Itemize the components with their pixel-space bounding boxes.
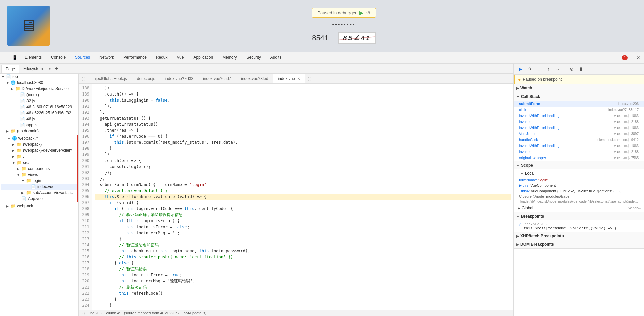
new-snippet-button[interactable]: ⬚ (305, 76, 314, 81)
scope-this[interactable]: ▶ this: VueComponent (514, 183, 644, 188)
call-stack-item-click[interactable]: click index.vue?7d33:117 (514, 107, 644, 113)
step-button[interactable]: → (554, 65, 562, 73)
tree-item-src[interactable]: ▼ 📁 src (1, 160, 77, 166)
call-stack-item-handleclick[interactable]: handleClick element-ui.common.js:9412 (514, 137, 644, 143)
watch-header[interactable]: ▶ Watch (514, 84, 644, 92)
debugger-toolbar: ▶ ↷ ↓ ↑ → ⊘ ⏸ (514, 64, 644, 75)
scope-header[interactable]: ▼ Scope (514, 161, 644, 169)
close-devtools-button[interactable]: × (636, 54, 640, 61)
subtab-filesystem[interactable]: Filesystem (19, 65, 47, 72)
debugger-panel: ▶ ↷ ↓ ↑ → ⊘ ⏸ ● Paused on breakpoint (513, 64, 644, 316)
tree-item-32js[interactable]: ▶ 📄 32.js (0, 98, 78, 104)
tab-audits[interactable]: Audits (266, 53, 286, 62)
tree-label-46js: 46.js (26, 117, 35, 121)
tree-label-top: top (12, 74, 18, 79)
tree-item-dot[interactable]: ▶ 📁 . (1, 153, 77, 160)
scope-key-formname: formName: (519, 178, 538, 182)
tree-item-46b[interactable]: ▶ 📄 46.e6226b25169d96af82a6.hot (0, 110, 78, 116)
breakpoints-header[interactable]: ▼ Breakpoints (514, 212, 644, 220)
global-label: Global (522, 206, 533, 210)
tree-item-webpack-dev[interactable]: ▶ 📁 (webpack)-dev-server/client (1, 147, 77, 153)
editor-tab-c5d7[interactable]: index.vue?c5d7 (198, 74, 236, 83)
editor-tab-inject[interactable]: injectGlobalHook.js (88, 74, 132, 83)
tree-item-subaccount[interactable]: ▶ 📁 subAccountView/statistics (1, 190, 77, 196)
tree-item-login[interactable]: ▼ 📁 login (1, 178, 77, 184)
device-icon[interactable]: 📱 (11, 54, 19, 62)
local-arrow: ▼ (520, 172, 524, 175)
tree-item-webpack-pkg[interactable]: ▶ 📁 (webpack) (1, 141, 77, 147)
step-into-button[interactable]: ↓ (535, 65, 543, 73)
call-stack-item-invoker2[interactable]: invoker vue.esm.js:2188 (514, 149, 644, 155)
cs-loc-invoker1: vue.esm.js:2188 (614, 120, 639, 124)
tab-redux[interactable]: Redux (151, 53, 172, 62)
editor-tab-7d33[interactable]: index.vue?7d33 (160, 74, 198, 83)
global-header[interactable]: ▶ Global Window (514, 204, 644, 212)
scope-section: ▼ Scope ▼ Local formName: "login" ▶ this… (514, 161, 644, 212)
captcha-image: 85∠41 (338, 32, 376, 44)
tree-item-webpack-root[interactable]: ▼ 🌐 webpack:// (1, 135, 77, 141)
play-button[interactable]: ▶ (359, 10, 363, 16)
scope-key-this4: _this4: (519, 189, 531, 193)
tab-memory[interactable]: Memory (218, 53, 241, 62)
dom-arrow: ▶ (516, 243, 519, 246)
tree-item-views[interactable]: ▼ 📁 views (1, 172, 77, 178)
dom-header[interactable]: ▶ DOM Breakpoints (514, 240, 644, 248)
tree-item-index-html[interactable]: ▶ 📄 (index) (0, 92, 78, 98)
subtab-add-button[interactable]: + (53, 66, 60, 72)
subtab-more-button[interactable]: » (47, 67, 53, 71)
close-tab-button[interactable]: × (297, 76, 300, 81)
tree-item-appjs[interactable]: ▶ 📄 app.js (0, 122, 78, 128)
call-stack-item-invoke3[interactable]: invokeWithErrorHandling vue.esm.js:1863 (514, 143, 644, 149)
bp-checkbox[interactable]: ☑ (518, 222, 522, 227)
tab-performance[interactable]: Performance (119, 53, 151, 62)
code-content[interactable]: }) .catch(() => { this.isLoggingin = fal… (92, 84, 513, 310)
call-stack-item-emit[interactable]: Vue.$emit vue.esm.js:3897 (514, 131, 644, 137)
editor-tab-main[interactable]: index.vue × (273, 74, 305, 83)
tab-network[interactable]: Network (95, 53, 119, 62)
call-stack-item-submitform[interactable]: submitForm index.vue:206 (514, 101, 644, 107)
scope-this4[interactable]: _this4: VueComponent {_uid: 252, _isVue:… (514, 188, 644, 194)
deactivate-button[interactable]: ⊘ (568, 65, 576, 73)
step-over-button[interactable]: ↷ (526, 65, 534, 73)
editor-tab-3fed[interactable]: index.vue?3fed (236, 74, 273, 83)
call-stack-item-invoker1[interactable]: invoker vue.esm.js:2188 (514, 119, 644, 125)
pause-exceptions-button[interactable]: ⏸ (577, 65, 585, 73)
cs-name-invoke3: invokeWithErrorHandling (519, 144, 560, 148)
local-header[interactable]: ▼ Local (514, 169, 644, 177)
tree-item-top[interactable]: ▼ 📄 top (0, 74, 78, 80)
call-stack-item-wrapper[interactable]: original_wrapper vue.esm.js:7565 (514, 155, 644, 161)
tree-item-workfile[interactable]: ▶ 📁 D:/workFile/judicialService (0, 86, 78, 92)
xhr-header[interactable]: ▶ XHR/fetch Breakpoints (514, 232, 644, 240)
tab-sources[interactable]: Sources (70, 53, 95, 62)
resume-button[interactable]: ▶ (516, 65, 524, 73)
tree-item-index-vue[interactable]: ▶ 📄 index.vue (1, 184, 77, 190)
tree-item-components[interactable]: ▶ 📁 components (1, 166, 77, 172)
tab-application[interactable]: Application (189, 53, 218, 62)
cs-name-click: click (519, 108, 526, 112)
tree-item-app-vue[interactable]: ▶ 📄 App.vue (1, 196, 77, 202)
sources-subtabs: Page Filesystem » + (0, 64, 513, 74)
editor-tab-detector[interactable]: detector.js (132, 74, 160, 83)
tab-vue[interactable]: Vue (172, 53, 189, 62)
tab-elements[interactable]: Elements (20, 53, 46, 62)
skip-button[interactable]: ↺ (366, 10, 370, 16)
more-options-button[interactable]: ⋮ (629, 54, 635, 61)
tab-console[interactable]: Console (46, 53, 70, 62)
cursor-icon[interactable]: ⬚ (1, 54, 9, 62)
tree-label-32js: 32.js (26, 99, 35, 103)
tree-item-localhost[interactable]: ▼ 🌐 localhost:8080 (0, 80, 78, 86)
call-stack-header[interactable]: ▼ Call Stack (514, 92, 644, 101)
tree-item-46js[interactable]: ▶ 📄 46.js (0, 116, 78, 122)
tree-item-46a[interactable]: ▶ 📄 46.2e60b0716b16c58229ac.hot (0, 104, 78, 110)
cs-loc-handleclick: element-ui.common.js:9412 (597, 138, 639, 142)
tree-item-webpack-pkg2[interactable]: ▶ 📁 webpack (0, 203, 78, 209)
step-out-button[interactable]: ↑ (544, 65, 552, 73)
call-stack-item-invoke2[interactable]: invokeWithErrorHandling vue.esm.js:1863 (514, 125, 644, 131)
paused-notice: ● Paused on breakpoint (514, 75, 644, 84)
tab-security[interactable]: Security (241, 53, 265, 62)
watch-arrow: ▶ (516, 86, 519, 90)
subtab-page[interactable]: Page (1, 65, 19, 73)
tree-item-nodomain[interactable]: ▶ 📁 (no domain) (0, 128, 78, 134)
editor-expand-button[interactable]: ⬚ (79, 76, 88, 81)
call-stack-item-invoke1[interactable]: invokeWithErrorHandling vue.esm.js:1863 (514, 113, 644, 119)
